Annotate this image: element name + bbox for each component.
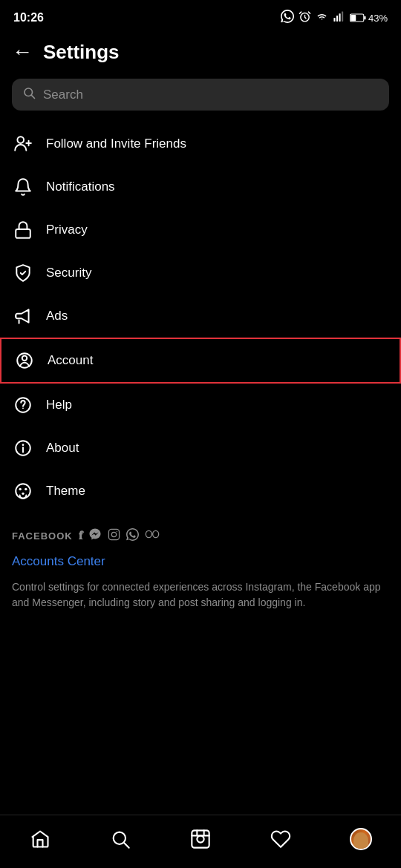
- search-icon: [22, 86, 36, 103]
- theme-icon: [12, 480, 34, 502]
- svg-line-9: [31, 95, 34, 98]
- menu-label-notifications: Notifications: [46, 180, 115, 194]
- wifi-icon: [316, 10, 328, 25]
- svg-point-24: [22, 493, 24, 495]
- back-button[interactable]: ←: [12, 40, 33, 64]
- meta-icon: [145, 529, 160, 542]
- page-title: Settings: [43, 41, 120, 64]
- facebook-label: FACEBOOK: [12, 530, 73, 542]
- bottom-nav: [0, 815, 401, 868]
- info-icon: [12, 437, 34, 459]
- bell-icon: [12, 176, 34, 198]
- accounts-center-description: Control settings for connected experienc…: [12, 579, 389, 622]
- lock-icon: [12, 219, 34, 241]
- svg-point-26: [111, 532, 116, 536]
- search-placeholder: Search: [43, 88, 83, 102]
- search-bar[interactable]: Search: [12, 79, 389, 111]
- svg-point-33: [197, 835, 203, 842]
- settings-menu: Follow and Invite Friends Notifications …: [0, 122, 401, 513]
- menu-label-privacy: Privacy: [46, 223, 88, 237]
- menu-label-theme: Theme: [46, 484, 85, 499]
- nav-reels[interactable]: [160, 829, 241, 849]
- menu-item-notifications[interactable]: Notifications: [0, 165, 401, 208]
- svg-rect-32: [192, 830, 209, 847]
- follow-icon: [12, 133, 34, 155]
- nav-home[interactable]: [0, 829, 80, 849]
- help-icon: [12, 394, 34, 416]
- svg-rect-4: [342, 11, 343, 21]
- menu-item-help[interactable]: Help: [0, 384, 401, 427]
- menu-item-security[interactable]: Security: [0, 251, 401, 295]
- header: ← Settings: [0, 33, 401, 76]
- accounts-center-link[interactable]: Accounts Center: [12, 551, 389, 572]
- menu-label-security: Security: [46, 266, 91, 280]
- whatsapp-icon: [281, 10, 294, 27]
- svg-rect-25: [108, 529, 119, 539]
- account-icon: [13, 349, 36, 372]
- menu-label-about: About: [46, 441, 79, 456]
- svg-rect-7: [364, 16, 365, 20]
- menu-item-follow-invite[interactable]: Follow and Invite Friends: [0, 122, 401, 165]
- signal-icon: [333, 10, 345, 25]
- menu-item-privacy[interactable]: Privacy: [0, 208, 401, 251]
- svg-line-31: [124, 843, 128, 847]
- svg-point-21: [16, 484, 30, 499]
- svg-rect-3: [339, 13, 340, 22]
- nav-activity[interactable]: [241, 829, 321, 849]
- heart-icon: [270, 829, 291, 849]
- home-icon: [30, 829, 50, 849]
- menu-label-ads: Ads: [46, 309, 68, 323]
- nav-search[interactable]: [80, 829, 160, 849]
- status-icons: 43%: [281, 10, 388, 27]
- search-nav-icon: [110, 829, 131, 849]
- svg-rect-6: [351, 15, 356, 21]
- status-time: 10:26: [13, 11, 44, 24]
- svg-point-10: [17, 137, 24, 143]
- instagram-icon: [108, 528, 120, 544]
- battery-percent: 43%: [368, 13, 388, 24]
- menu-label-account: Account: [48, 353, 93, 368]
- svg-point-28: [146, 530, 151, 537]
- menu-item-about[interactable]: About: [0, 427, 401, 470]
- megaphone-icon: [12, 305, 34, 327]
- svg-point-15: [22, 356, 27, 361]
- svg-rect-2: [336, 16, 338, 22]
- menu-label-follow-invite: Follow and Invite Friends: [46, 137, 186, 151]
- svg-point-17: [22, 407, 24, 409]
- svg-point-22: [19, 488, 22, 490]
- whatsapp-small-icon: [126, 528, 139, 544]
- shield-icon: [12, 262, 34, 284]
- facebook-social-icons: 𝐟: [79, 527, 160, 544]
- svg-rect-13: [16, 229, 30, 238]
- content-area: Search Follow and Invite Friends: [0, 79, 401, 685]
- battery-icon: 43%: [350, 13, 388, 24]
- menu-item-ads[interactable]: Ads: [0, 295, 401, 338]
- svg-point-23: [25, 488, 27, 490]
- reels-icon: [190, 829, 211, 849]
- svg-point-27: [116, 530, 117, 531]
- alarm-icon: [299, 10, 311, 25]
- facebook-f-icon: 𝐟: [79, 529, 82, 542]
- avatar-figure: [353, 832, 368, 849]
- facebook-header: FACEBOOK 𝐟: [12, 527, 389, 544]
- messenger-icon: [88, 527, 102, 544]
- profile-avatar: [350, 828, 372, 850]
- nav-profile[interactable]: [321, 828, 401, 850]
- menu-item-account[interactable]: Account: [0, 338, 401, 384]
- menu-label-help: Help: [46, 398, 72, 412]
- facebook-section: FACEBOOK 𝐟: [0, 513, 401, 625]
- svg-rect-1: [333, 18, 335, 22]
- status-bar: 10:26: [0, 0, 401, 33]
- menu-item-theme[interactable]: Theme: [0, 470, 401, 513]
- svg-point-29: [152, 530, 158, 537]
